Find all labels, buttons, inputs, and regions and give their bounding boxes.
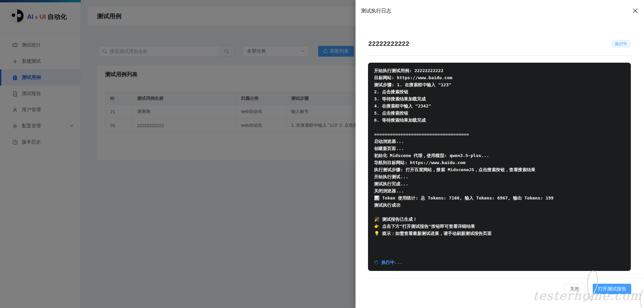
console-log-text: 开始执行测试用例: 22222222222 目标网站: https://www.…	[374, 67, 625, 237]
running-status-line: 执行中...	[374, 259, 402, 266]
close-drawer-button[interactable]: 关闭	[564, 284, 585, 294]
case-header-row: 22222222222 执行中	[368, 38, 631, 50]
case-name: 22222222222	[368, 40, 409, 48]
close-icon[interactable]	[632, 7, 639, 14]
drawer-title: 测试执行日志	[361, 8, 391, 14]
drawer-footer: 关闭 打开测试报告	[564, 284, 631, 294]
divider	[368, 278, 644, 279]
app-root: AI x UI 自动化 测试统计 新建测试 测试用例	[0, 0, 644, 308]
execution-log-drawer: 测试执行日志 22222222222 执行中 开始执行测试用例: 2222222…	[356, 0, 644, 308]
watermark-tail-stroke	[635, 289, 644, 308]
running-status-text: 执行中...	[381, 259, 402, 266]
open-test-report-button[interactable]: 打开测试报告	[593, 284, 631, 294]
spinner-icon	[374, 260, 379, 265]
status-badge: 执行中	[611, 40, 631, 48]
execution-log-console[interactable]: 开始执行测试用例: 22222222222 目标网站: https://www.…	[368, 63, 631, 271]
divider	[368, 55, 631, 56]
